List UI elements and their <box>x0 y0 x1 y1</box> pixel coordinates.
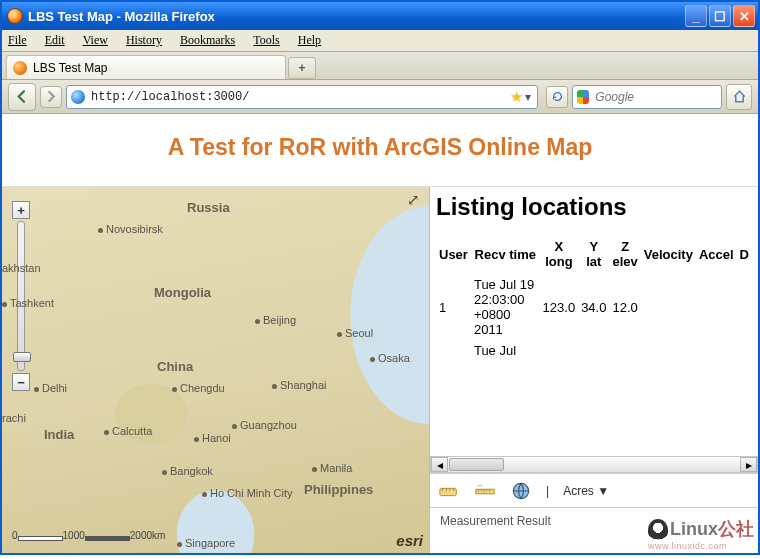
cell-z: 12.0 <box>609 274 640 341</box>
table-row: 1 Tue Jul 19 22:03:00 +0800 2011 123.0 3… <box>436 274 752 341</box>
window-maximize-button[interactable]: ☐ <box>709 5 731 27</box>
zoom-slider[interactable] <box>17 221 25 371</box>
tab-favicon <box>13 61 27 75</box>
label-karachi: rachi <box>2 412 26 424</box>
page-content: A Test for RoR with ArcGIS Online Map ⤢ … <box>2 114 758 553</box>
zoom-in-button[interactable]: + <box>12 201 30 219</box>
menu-history[interactable]: History <box>126 33 162 48</box>
site-identity-icon <box>71 90 85 104</box>
ruler-icon[interactable]: ↔ <box>474 481 496 501</box>
map-zoom-control: + − <box>12 201 30 391</box>
chevron-down-icon: ▼ <box>597 484 609 498</box>
menu-bar: File Edit View History Bookmarks Tools H… <box>2 30 758 52</box>
navigation-toolbar: http://localhost:3000/ ★ ▾ <box>2 80 758 114</box>
col-y: Y lat <box>578 235 609 274</box>
col-z: Z elev <box>609 235 640 274</box>
menu-bookmarks[interactable]: Bookmarks <box>180 33 235 48</box>
tab-strip: LBS Test Map + <box>2 52 758 80</box>
back-button[interactable] <box>8 83 36 111</box>
reload-icon <box>551 90 564 103</box>
cell-y: 34.0 <box>578 274 609 341</box>
window-title: LBS Test Map - Mozilla Firefox <box>28 9 683 24</box>
measurement-result: Measurement Result Linux公社 www.linuxidc.… <box>430 507 758 553</box>
cell-accel <box>696 274 737 341</box>
cell-recv: Tue Jul <box>471 340 540 361</box>
forward-button[interactable] <box>40 86 62 108</box>
label-beijing: Beijing <box>255 314 296 326</box>
scroll-right-button[interactable]: ▸ <box>740 457 757 472</box>
esri-logo: esri <box>396 532 423 549</box>
label-bangkok: Bangkok <box>162 465 213 477</box>
data-panel: Listing locations User Recv time X long … <box>430 187 758 553</box>
window-close-button[interactable]: ✕ <box>733 5 755 27</box>
home-button[interactable] <box>726 84 752 110</box>
menu-edit[interactable]: Edit <box>45 33 65 48</box>
menu-file[interactable]: File <box>8 33 27 48</box>
measure-toolbar: ↔ | Acres ▼ <box>430 473 758 507</box>
label-osaka: Osaka <box>370 352 410 364</box>
menu-view[interactable]: View <box>83 33 108 48</box>
window-titlebar: LBS Test Map - Mozilla Firefox _ ☐ ✕ <box>2 2 758 30</box>
penguin-icon <box>648 519 668 541</box>
col-d: D <box>737 235 752 274</box>
map-expand-icon[interactable]: ⤢ <box>407 191 423 207</box>
label-hanoi: Hanoi <box>194 432 231 444</box>
bookmark-star-icon[interactable]: ★ <box>510 88 523 106</box>
unit-selector[interactable]: Acres ▼ <box>563 484 609 498</box>
cell-recv: Tue Jul 19 22:03:00 +0800 2011 <box>471 274 540 341</box>
svg-text:↔: ↔ <box>477 482 483 489</box>
label-hochiminh: Ho Chi Minh City <box>202 487 293 499</box>
zoom-out-button[interactable]: − <box>12 373 30 391</box>
menu-tools[interactable]: Tools <box>253 33 280 48</box>
reload-button[interactable] <box>546 86 568 108</box>
map-canvas[interactable]: ⤢ + − Russia Novosibirsk Mongolia akhsta… <box>2 187 429 553</box>
listing-heading: Listing locations <box>436 193 752 221</box>
ruler-tape-icon[interactable] <box>438 481 460 501</box>
label-novosibirsk: Novosibirsk <box>98 223 163 235</box>
search-input[interactable] <box>593 89 717 105</box>
measurement-label: Measurement Result <box>440 514 551 528</box>
scroll-thumb[interactable] <box>449 458 504 471</box>
horizontal-scrollbar[interactable]: ◂ ▸ <box>430 456 758 473</box>
watermark: Linux公社 www.linuxidc.com <box>648 517 754 551</box>
home-icon <box>732 89 747 104</box>
page-heading: A Test for RoR with ArcGIS Online Map <box>2 114 758 186</box>
toolbar-separator: | <box>546 484 549 498</box>
label-delhi: Delhi <box>34 382 67 394</box>
firefox-icon <box>7 8 23 24</box>
label-kazakhstan: akhstan <box>2 262 41 274</box>
cell-user: 1 <box>436 274 471 341</box>
cell-velocity <box>641 274 696 341</box>
globe-point-icon[interactable] <box>510 481 532 501</box>
cell-d <box>737 274 752 341</box>
search-box[interactable] <box>572 85 722 109</box>
map-panel[interactable]: ⤢ + − Russia Novosibirsk Mongolia akhsta… <box>2 187 430 553</box>
label-singapore: Singapore <box>177 537 235 549</box>
col-accel: Accel <box>696 235 737 274</box>
label-tashkent: Tashkent <box>2 297 54 309</box>
locations-table: User Recv time X long Y lat Z elev Veloc… <box>436 235 752 361</box>
col-user: User <box>436 235 471 274</box>
label-calcutta: Calcutta <box>104 425 152 437</box>
zoom-slider-thumb[interactable] <box>13 352 31 362</box>
col-x: X long <box>540 235 579 274</box>
label-chengdu: Chengdu <box>172 382 225 394</box>
address-bar[interactable]: http://localhost:3000/ ★ ▾ <box>66 85 538 109</box>
table-row: Tue Jul <box>436 340 752 361</box>
label-india: India <box>44 427 74 442</box>
col-velocity: Velocity <box>641 235 696 274</box>
menu-help[interactable]: Help <box>298 33 321 48</box>
label-mongolia: Mongolia <box>154 285 211 300</box>
google-search-icon <box>577 90 589 104</box>
window-minimize-button[interactable]: _ <box>685 5 707 27</box>
url-dropdown-icon[interactable]: ▾ <box>523 90 533 104</box>
label-russia: Russia <box>187 200 230 215</box>
tab-current[interactable]: LBS Test Map <box>6 55 286 79</box>
scroll-left-button[interactable]: ◂ <box>431 457 448 472</box>
label-shanghai: Shanghai <box>272 379 327 391</box>
tab-title: LBS Test Map <box>33 61 107 75</box>
label-seoul: Seoul <box>337 327 373 339</box>
scroll-track[interactable] <box>448 457 740 472</box>
new-tab-button[interactable]: + <box>288 57 316 79</box>
url-text: http://localhost:3000/ <box>91 90 506 104</box>
